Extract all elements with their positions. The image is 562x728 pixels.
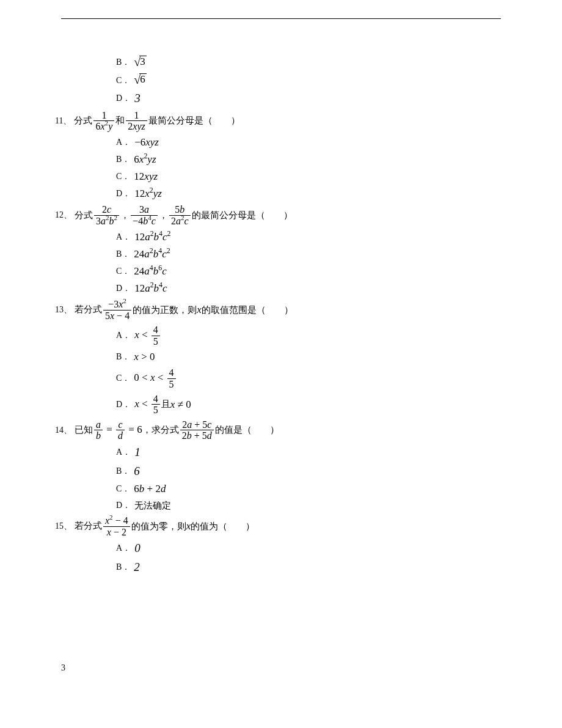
option-d: D．12a2b4c (116, 282, 501, 295)
stem-text: 求分式 (151, 424, 179, 436)
option-d: D．无法确定 (116, 500, 501, 512)
q14-options: A．1 B．6 C．6b + 2d D．无法确定 (116, 445, 501, 512)
option-b: B． √3 (116, 56, 501, 70)
stem-text: 的值为正数，则x的取值范围是（ ） (133, 303, 293, 317)
option-b: B．x > 0 (116, 350, 501, 364)
q14-stem: 14、 已知 ab = cd = 6， 求分式 2a + 5c2b + 5d 的… (55, 419, 501, 441)
q11-stem: 11、 分式 16x2y 和 12xyz 最简公分母是（ ） (55, 110, 501, 132)
top-rule (61, 18, 501, 19)
option-b: B．24a2b4c2 (116, 248, 501, 261)
option-a: A．x < 45 (116, 325, 501, 347)
option-d: D．12x2yz (116, 187, 501, 200)
option-label: D． (116, 93, 131, 104)
stem-text: 若分式 (75, 304, 102, 316)
question-number: 15、 (55, 521, 72, 532)
page-number: 3 (61, 663, 65, 673)
q12-options: A．12a2b4c2 B．24a2b4c2 C．24a4b6c D．12a2b4… (116, 230, 501, 295)
option-a: A．1 (116, 445, 501, 460)
stem-text: 的值是（ ） (215, 424, 279, 436)
question-number: 11、 (55, 116, 71, 127)
option-c: C．24a4b6c (116, 265, 501, 278)
stem-text: 和 (115, 115, 125, 127)
option-d: D． 3 (116, 91, 501, 106)
q11-options: A．−6xyz B．6x2yz C．12xyz D．12x2yz (116, 136, 501, 200)
q12-stem: 12、 分式 2c3a2b2 ， 3a−4b4c ， 5b2a2c 的最简公分母… (55, 204, 501, 226)
stem-text: 若分式 (75, 520, 102, 532)
page: B． √3 C． √6 D． 3 11、 分式 16x2y 和 12xyz 最简… (0, 0, 562, 691)
stem-text: 分式 (74, 115, 92, 127)
stem-text: 的值为零，则x的值为（ ） (131, 520, 255, 533)
stem-text: 已知 (75, 424, 93, 436)
option-b: B．6x2yz (116, 153, 501, 166)
option-c: C．0 < x < 45 (116, 367, 501, 389)
question-number: 14、 (55, 425, 72, 436)
question-number: 13、 (55, 304, 72, 315)
option-label: C． (116, 75, 130, 86)
option-label: B． (116, 57, 130, 68)
q15-stem: 15、 若分式 x2 − 4x − 2 的值为零，则x的值为（ ） (55, 515, 501, 537)
option-a: A．0 (116, 541, 501, 556)
q13-stem: 13、 若分式 −3x25x − 4 的值为正数，则x的取值范围是（ ） (55, 299, 501, 321)
stem-text: 最简公分母是（ ） (148, 115, 240, 127)
option-b: B．2 (116, 560, 501, 575)
option-text: 3 (134, 91, 140, 106)
stem-text: 的最简公分母是（ ） (192, 210, 293, 222)
question-number: 12、 (55, 210, 72, 221)
q13-options: A．x < 45 B．x > 0 C．0 < x < 45 D．x < 45且x… (116, 325, 501, 416)
option-b: B．6 (116, 464, 501, 479)
option-c: C． √6 (116, 73, 501, 87)
option-a: A．−6xyz (116, 136, 501, 149)
stem-text: 分式 (75, 210, 93, 222)
option-c: C．12xyz (116, 170, 501, 183)
q15-options: A．0 B．2 (116, 541, 501, 575)
q10-options-continued: B． √3 C． √6 D． 3 (116, 56, 501, 106)
option-a: A．12a2b4c2 (116, 230, 501, 244)
option-c: C．6b + 2d (116, 482, 501, 496)
option-d: D．x < 45且x ≠ 0 (116, 394, 501, 416)
